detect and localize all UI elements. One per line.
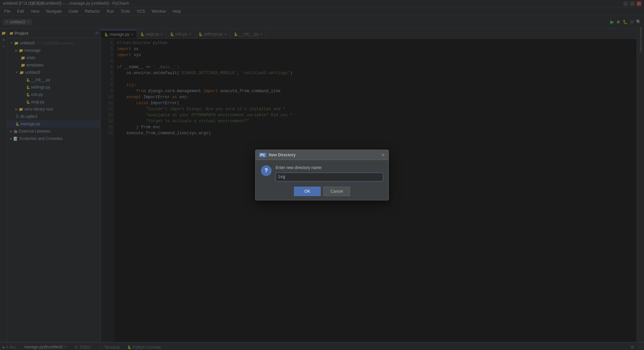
dialog-title: PC New Directory	[259, 153, 296, 157]
dialog-help-icon: ?	[261, 165, 272, 176]
dialog-cancel-button[interactable]: Cancel	[323, 187, 350, 196]
dialog-content: ? Enter new directory name:	[261, 165, 383, 181]
directory-name-input[interactable]	[276, 173, 383, 181]
dialog-close-button[interactable]: ✕	[381, 152, 385, 158]
dialog-title-bar: PC New Directory ✕	[256, 150, 388, 160]
dialog-fields: Enter new directory name:	[276, 165, 383, 181]
dialog-buttons: OK Cancel	[261, 187, 383, 196]
dialog-overlay: PC New Directory ✕ ? Enter new directory…	[0, 0, 644, 350]
pycharm-icon: PC	[259, 153, 267, 157]
dialog-body: ? Enter new directory name: OK Cancel	[256, 160, 388, 200]
dialog-title-label: New Directory	[269, 153, 296, 157]
new-directory-dialog: PC New Directory ✕ ? Enter new directory…	[255, 150, 389, 200]
dialog-ok-button[interactable]: OK	[294, 187, 321, 196]
dialog-prompt-label: Enter new directory name:	[276, 165, 383, 170]
